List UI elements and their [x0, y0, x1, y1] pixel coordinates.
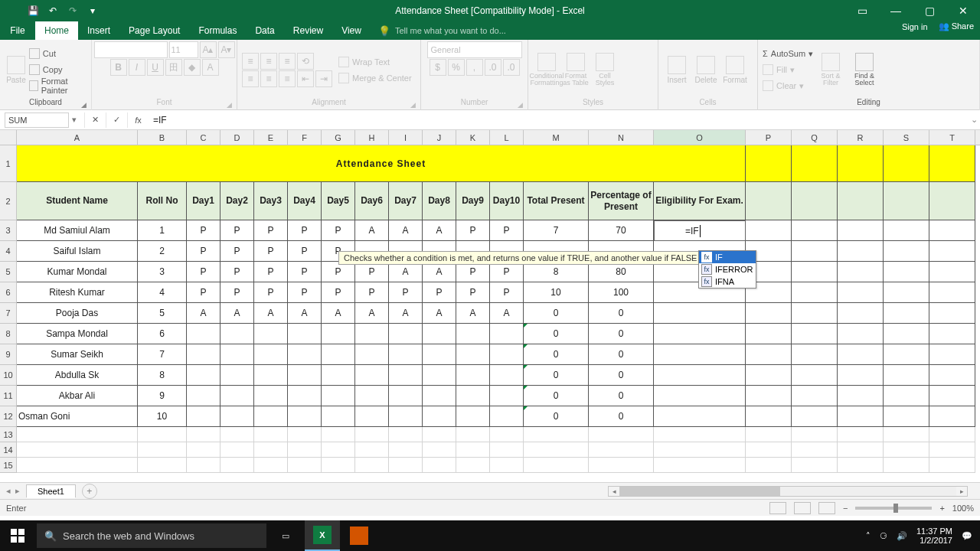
cell[interactable] [589, 427, 654, 442]
cell[interactable] [355, 365, 389, 386]
cell[interactable] [746, 220, 792, 241]
column-header-C[interactable]: C [187, 130, 220, 145]
cell[interactable]: P [187, 241, 220, 262]
cell[interactable] [254, 427, 288, 442]
cancel-formula-button[interactable]: ✕ [84, 112, 106, 128]
cell[interactable] [792, 145, 838, 182]
cell[interactable] [929, 344, 975, 365]
cell[interactable] [792, 458, 838, 473]
column-header-O[interactable]: O [654, 130, 746, 145]
cell[interactable]: P [456, 262, 490, 282]
column-header-F[interactable]: F [288, 130, 322, 145]
cell[interactable] [490, 442, 524, 458]
currency-icon[interactable]: $ [430, 59, 446, 76]
row-header[interactable]: 2 [0, 182, 17, 220]
cell[interactable]: 0 [524, 303, 589, 324]
cell[interactable] [389, 344, 423, 365]
cell[interactable]: Akbar Ali [17, 386, 138, 406]
row-header[interactable]: 10 [0, 365, 17, 386]
merge-center-button[interactable]: Merge & Center [338, 70, 412, 86]
column-header-T[interactable]: T [929, 130, 975, 145]
cell[interactable]: Day1 [187, 182, 220, 220]
cell[interactable] [322, 458, 355, 473]
scrollbar-thumb[interactable] [619, 487, 780, 496]
cell[interactable]: 80 [589, 262, 654, 282]
cell[interactable]: Ritesh Kumar [17, 282, 138, 303]
cell[interactable] [423, 442, 456, 458]
cell[interactable] [838, 324, 884, 344]
tab-review[interactable]: Review [284, 21, 332, 40]
find-select-button[interactable]: Find & Select [848, 44, 880, 96]
cell[interactable] [838, 145, 884, 182]
expand-formula-bar[interactable]: ⌄ [968, 115, 980, 125]
action-center-icon[interactable]: 💬 [962, 531, 972, 541]
cell[interactable] [322, 344, 355, 365]
cell[interactable] [138, 427, 187, 442]
cell[interactable]: P [423, 282, 456, 303]
cell[interactable] [654, 458, 746, 473]
cell[interactable]: Osman Goni [17, 406, 138, 427]
horizontal-scrollbar[interactable]: ◂ ▸ [608, 486, 968, 497]
cell[interactable]: P [456, 220, 490, 241]
cell[interactable] [746, 427, 792, 442]
align-middle-icon[interactable]: ≡ [260, 53, 277, 70]
cell[interactable] [929, 282, 975, 303]
cell[interactable]: Day7 [389, 182, 423, 220]
cell[interactable] [456, 442, 490, 458]
cell[interactable]: P [490, 282, 524, 303]
cell[interactable] [838, 442, 884, 458]
cell[interactable] [220, 427, 254, 442]
task-view-button[interactable]: ▭ [268, 520, 303, 551]
cell[interactable] [322, 442, 355, 458]
row-header[interactable]: 4 [0, 241, 17, 262]
cell[interactable]: P [220, 220, 254, 241]
cell[interactable]: Roll No [138, 182, 187, 220]
cell[interactable] [792, 386, 838, 406]
cell[interactable] [838, 458, 884, 473]
cell[interactable] [288, 324, 322, 344]
decrease-decimal-icon[interactable]: .0 [503, 59, 520, 76]
cell[interactable] [838, 262, 884, 282]
cell[interactable]: 0 [589, 406, 654, 427]
cell[interactable] [456, 324, 490, 344]
cell[interactable]: P [456, 282, 490, 303]
start-button[interactable] [0, 520, 35, 551]
cell[interactable]: P [220, 282, 254, 303]
cell[interactable] [187, 442, 220, 458]
cell[interactable]: P [288, 282, 322, 303]
cell[interactable] [389, 324, 423, 344]
cell[interactable]: P [254, 220, 288, 241]
column-header-P[interactable]: P [746, 130, 792, 145]
tell-me[interactable]: 💡 Tell me what you want to do... [378, 21, 506, 40]
border-button[interactable]: 田 [165, 59, 182, 76]
cell[interactable] [187, 344, 220, 365]
cell[interactable] [838, 303, 884, 324]
cell[interactable] [884, 145, 929, 182]
new-sheet-button[interactable]: + [82, 484, 97, 499]
minimize-button[interactable]: — [879, 0, 913, 21]
cell[interactable] [838, 182, 884, 220]
cell[interactable]: Day2 [220, 182, 254, 220]
row-header[interactable]: 12 [0, 406, 17, 427]
cell[interactable]: 9 [138, 386, 187, 406]
row-header[interactable]: 7 [0, 303, 17, 324]
cell[interactable]: 100 [589, 282, 654, 303]
copy-button[interactable]: Copy [29, 62, 87, 77]
comma-icon[interactable]: , [466, 59, 483, 76]
cell[interactable] [524, 458, 589, 473]
cell[interactable] [746, 324, 792, 344]
formula-input[interactable]: =IF [149, 115, 968, 126]
column-header-Q[interactable]: Q [792, 130, 838, 145]
cell[interactable]: P [254, 241, 288, 262]
cell[interactable] [792, 344, 838, 365]
cell[interactable] [187, 365, 220, 386]
cell[interactable]: A [389, 220, 423, 241]
wrap-text-button[interactable]: Wrap Text [338, 54, 412, 70]
cell[interactable]: P [254, 262, 288, 282]
cell[interactable] [746, 182, 792, 220]
cell[interactable]: Day6 [355, 182, 389, 220]
cell[interactable] [589, 442, 654, 458]
cell[interactable]: P [322, 220, 355, 241]
cell[interactable] [929, 442, 975, 458]
cell[interactable] [187, 406, 220, 427]
